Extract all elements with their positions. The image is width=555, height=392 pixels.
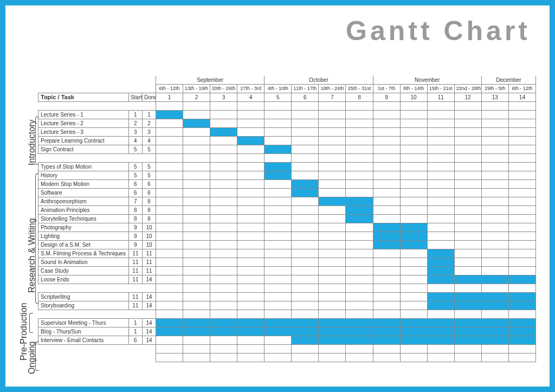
task-name: Sign Contract [38,145,129,154]
gantt-bar [508,327,535,336]
gantt-bar [373,327,400,336]
gantt-bar [346,336,373,345]
task-row: Lecture Series - 111 [38,111,536,119]
task-row: Interview - Email Contacts614 [38,336,536,345]
gantt-bar [508,336,535,345]
gantt-bar [481,275,508,284]
gantt-bar [183,327,210,336]
task-start: 11 [128,249,142,258]
month-header: December [481,76,535,85]
gantt-bar [292,180,319,189]
task-name: Lighting [38,232,129,241]
gantt-bar [400,232,427,241]
gantt-bar [292,189,319,197]
gantt-bar [319,327,346,336]
gantt-bar [400,327,427,336]
gantt-bar [427,293,454,301]
task-row: History55 [38,171,536,180]
gantt-bar [210,128,237,137]
gantt-bar [319,336,346,345]
task-row: Blog - Thurs/Sun114 [38,327,536,336]
task-done: 6 [142,180,156,189]
task-done: 10 [142,241,156,249]
task-done: 8 [142,197,156,206]
task-done: 8 [142,206,156,215]
week-number: 5 [264,93,292,102]
task-name: Case Study [38,267,129,275]
week-number: 9 [373,93,400,102]
task-start: 6 [128,189,142,197]
task-done: 14 [142,336,156,345]
task-name: Lecture Series - 3 [38,128,129,137]
task-start: 9 [128,241,142,249]
task-done: 14 [142,319,156,327]
week-number: 3 [210,93,237,102]
gantt-bar [264,145,292,154]
week-number: 12 [454,93,481,102]
task-start: 11 [128,267,142,275]
gantt-bar [292,327,319,336]
task-start: 4 [128,137,142,145]
task-name: Storyboarding [38,301,129,310]
gantt-chart: SeptemberOctoberNovemberDecember6th - 12… [38,76,536,362]
task-done: 11 [142,249,156,258]
task-done: 5 [142,171,156,180]
gantt-bar [156,111,183,119]
gantt-bar [346,327,373,336]
gantt-bar [292,319,319,327]
week-range: 22nd - 28th [454,85,481,93]
gantt-bar [183,319,210,327]
week-range: 29th - 5th [481,85,508,93]
gantt-bar [481,293,508,301]
gantt-bar [346,319,373,327]
task-done: 5 [142,145,156,154]
task-row: Storyboarding1114 [38,301,536,310]
task-start: 2 [128,119,142,128]
task-name: Prepare Learning Contract [38,137,129,145]
gantt-bar [346,197,373,206]
task-name: Software [38,189,129,197]
gantt-bar [210,319,237,327]
task-row: Prepare Learning Contract44 [38,137,536,145]
topic-header: Topic / Task [38,93,129,102]
task-row: Scriptwriting1114 [38,293,536,301]
task-row: Loose Ends1114 [38,275,536,284]
month-header: October [264,76,373,85]
page-title: Gantt Chart [346,15,531,47]
gantt-bar [427,319,454,327]
task-name: Animation Principles [38,206,129,215]
week-number: 14 [508,93,535,102]
task-name: S.M. Filming Process & Techniques [38,249,129,258]
gantt-bar [427,249,454,258]
task-row: Sign Contract55 [38,145,536,154]
task-done: 10 [142,223,156,232]
week-number: 7 [319,93,346,102]
task-start: 8 [128,206,142,215]
task-start: 1 [128,319,142,327]
week-range: 6th - 12th [156,85,183,93]
gantt-bar [427,327,454,336]
gantt-bar [427,275,454,284]
gantt-bar [319,197,346,206]
week-range: 25th - 31st [346,85,373,93]
task-name: Photography [38,223,129,232]
task-name: Modern Stop Motion [38,180,129,189]
task-start: 1 [128,111,142,119]
task-start: 1 [128,327,142,336]
gantt-bar [400,223,427,232]
task-name: Scriptwriting [38,293,129,301]
week-range: 27th - 3rd [237,85,264,93]
gantt-bar [264,163,292,171]
week-number: 11 [427,93,454,102]
gantt-bar [264,171,292,180]
gantt-bar [346,206,373,215]
week-range: 20th - 26th [210,85,237,93]
gantt-bar [454,319,481,327]
task-start: 6 [128,180,142,189]
gantt-bar [373,223,400,232]
week-range: 13th - 19th [183,85,210,93]
task-name: Lecture Series - 1 [38,111,129,119]
task-row: Lecture Series - 333 [38,128,536,137]
task-row: Design of a S.M. Set910 [38,241,536,249]
task-name: Storytelling Techniques [38,215,129,223]
